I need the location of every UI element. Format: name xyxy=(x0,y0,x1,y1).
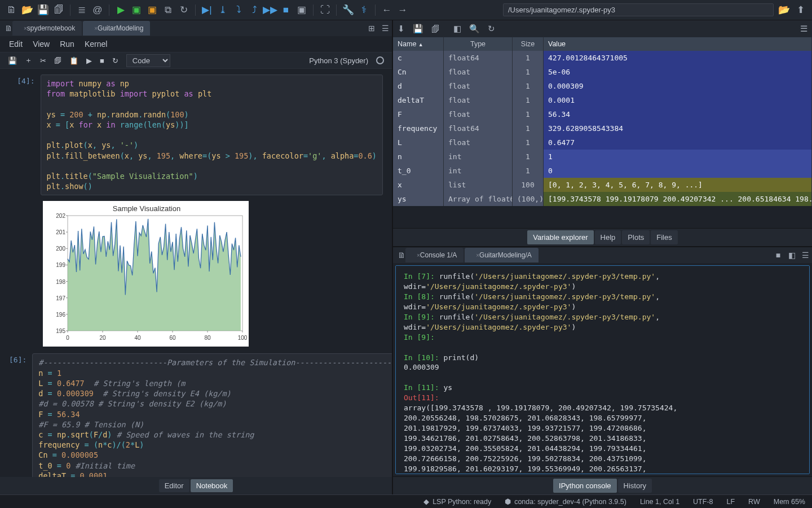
nb-run-icon[interactable]: ▶ xyxy=(86,56,92,65)
pythonpath-icon[interactable]: ⚕ xyxy=(357,3,370,17)
editor-tabs: 🗎 × spydernotebook× GuitarModeling ⊞ ☰ xyxy=(0,20,392,36)
run-selection-icon[interactable]: ⧉ xyxy=(161,3,175,17)
menu-kernel[interactable]: Kernel xyxy=(85,40,107,49)
nb-cut-icon[interactable]: ✂ xyxy=(40,56,46,65)
editor-pane: 🗎 × spydernotebook× GuitarModeling ⊞ ☰ E… xyxy=(0,20,393,494)
var-row[interactable]: frequencyfloat641329.6289058543384 xyxy=(393,121,812,135)
nb-add-cell-icon[interactable]: ＋ xyxy=(25,55,32,65)
stop-kernel-icon[interactable]: ■ xyxy=(771,248,785,262)
editor-tab[interactable]: × spydernotebook xyxy=(12,21,82,36)
var-row[interactable]: xlist100[0, 1, 2, 3, 4, 5, 6, 7, 8, 9, .… xyxy=(393,178,812,192)
run-icon[interactable]: ▶ xyxy=(114,3,127,17)
bottom-tab-notebook[interactable]: Notebook xyxy=(191,479,233,492)
pane-tab-variable-explorer[interactable]: Variable explorer xyxy=(527,230,593,244)
cell-code[interactable]: import numpy as np from matplotlib impor… xyxy=(41,75,383,195)
svg-text:60: 60 xyxy=(169,335,176,341)
browse-tabs-icon[interactable]: 🗎 xyxy=(5,24,12,33)
list-icon[interactable]: ≣ xyxy=(75,3,89,17)
separator xyxy=(70,5,70,16)
pane-tab-help[interactable]: Help xyxy=(595,230,621,244)
console-bottom-tab[interactable]: IPython console xyxy=(553,479,617,493)
save-data-icon[interactable]: 💾 xyxy=(413,24,423,34)
status-mem: Mem 65% xyxy=(774,498,805,506)
at-icon[interactable]: @ xyxy=(91,3,104,17)
console-bottom-tab[interactable]: History xyxy=(618,479,652,493)
add-tab-icon[interactable]: ⊞ xyxy=(365,21,378,35)
stop-debug-icon[interactable]: ■ xyxy=(279,3,293,17)
menu-view[interactable]: View xyxy=(33,40,50,49)
continue-icon[interactable]: ▶▶ xyxy=(263,3,277,17)
maximize-icon[interactable]: ⛶ xyxy=(318,3,332,17)
kernel-name: Python 3 (Spyder) xyxy=(309,56,368,65)
nb-stop-icon[interactable]: ■ xyxy=(100,56,104,65)
bottom-tab-editor[interactable]: Editor xyxy=(159,479,189,492)
var-row[interactable]: deltaTfloat10.0001 xyxy=(393,93,812,107)
cell-code[interactable]: #---------------------------Parameters o… xyxy=(32,353,392,477)
var-header[interactable]: Name ▲ xyxy=(393,37,444,51)
debug-cell-icon[interactable]: ▣ xyxy=(295,3,308,17)
browse-console-icon[interactable]: 🗎 xyxy=(398,251,405,260)
var-row[interactable]: cfloat641427.00128464371005 xyxy=(393,51,812,65)
notebook-area[interactable]: [4]: import numpy as np from matplotlib … xyxy=(0,69,392,477)
clear-console-icon[interactable]: ◧ xyxy=(785,248,798,262)
refresh-var-icon[interactable]: ↻ xyxy=(488,24,495,34)
parent-dir-icon[interactable]: ⬆ xyxy=(794,3,807,17)
preferences-icon[interactable]: 🔧 xyxy=(341,3,355,17)
console-tab[interactable]: × GuitarModeling/A xyxy=(465,248,539,262)
celltype-select[interactable]: Code xyxy=(126,54,170,67)
svg-text:199: 199 xyxy=(56,262,65,269)
console-options-icon[interactable]: ☰ xyxy=(798,248,812,262)
var-row[interactable]: Lfloat10.6477 xyxy=(393,135,812,150)
cell-prompt: [6]: xyxy=(9,353,32,477)
separator xyxy=(313,5,314,16)
console-area: 🗎 × Console 1/A× GuitarModeling/A ■ ◧ ☰ … xyxy=(393,246,812,494)
nb-save-icon[interactable]: 💾 xyxy=(8,56,17,65)
run-cell-icon[interactable]: ▣ xyxy=(130,3,143,17)
run-cell-advance-icon[interactable]: ▣ xyxy=(145,3,159,17)
pane-tab-files[interactable]: Files xyxy=(651,230,677,244)
pane-options-icon[interactable]: ☰ xyxy=(800,24,807,34)
rerun-icon[interactable]: ↻ xyxy=(177,3,191,17)
separator xyxy=(375,5,376,16)
var-header[interactable]: Size xyxy=(513,37,544,51)
menu-edit[interactable]: Edit xyxy=(9,40,23,49)
nb-restart-icon[interactable]: ↻ xyxy=(112,56,118,65)
svg-text:200: 200 xyxy=(56,246,65,252)
step-out-icon[interactable]: ⤴ xyxy=(248,3,261,17)
debug-icon[interactable]: ▶| xyxy=(200,3,214,17)
save-icon[interactable]: 💾 xyxy=(36,3,50,17)
clear-icon[interactable]: ◧ xyxy=(453,24,461,34)
browse-dir-icon[interactable]: 📂 xyxy=(777,3,791,17)
working-dir-input[interactable] xyxy=(503,3,774,16)
var-header[interactable]: Value xyxy=(544,37,812,51)
save-all-icon[interactable]: 🗐 xyxy=(52,3,65,17)
status-lsp: ◆ LSP Python: ready xyxy=(423,497,491,506)
nb-paste-icon[interactable]: 📋 xyxy=(69,56,78,65)
var-row[interactable]: Ffloat156.34 xyxy=(393,107,812,121)
editor-tab[interactable]: × GuitarModeling xyxy=(83,21,150,36)
status-conda[interactable]: ⬢ conda: spyder_dev-4 (Python 3.9.5) xyxy=(505,497,626,506)
console-body[interactable]: In [7]: runfile('/Users/juanitagomez/.sp… xyxy=(395,265,810,474)
variable-table[interactable]: Name ▲TypeSizeValue cfloat641427.0012846… xyxy=(393,37,812,228)
open-file-icon[interactable]: 📂 xyxy=(20,3,34,17)
pane-menu-icon[interactable]: ☰ xyxy=(378,21,392,35)
import-data-icon[interactable]: ⬇ xyxy=(398,24,405,34)
menu-run[interactable]: Run xyxy=(60,40,74,49)
new-file-icon[interactable]: 🗎 xyxy=(5,3,18,17)
search-var-icon[interactable]: 🔍 xyxy=(469,24,480,34)
nb-copy-icon[interactable]: 🗐 xyxy=(54,56,61,65)
back-icon[interactable]: ← xyxy=(380,3,394,17)
pane-tab-plots[interactable]: Plots xyxy=(622,230,650,244)
svg-text:202: 202 xyxy=(56,213,65,219)
console-tab[interactable]: × Console 1/A xyxy=(405,248,464,262)
save-as-icon[interactable]: 🗐 xyxy=(431,24,440,34)
var-header[interactable]: Type xyxy=(444,37,513,51)
var-row[interactable]: ysArray of float64(100,)[199.3743578 199… xyxy=(393,192,812,206)
var-row[interactable]: nint11 xyxy=(393,150,812,164)
forward-icon[interactable]: → xyxy=(396,3,409,17)
var-row[interactable]: Cnfloat15e-06 xyxy=(393,65,812,79)
var-row[interactable]: t_0int10 xyxy=(393,164,812,178)
step-into-icon[interactable]: ⤵ xyxy=(232,3,245,17)
step-icon[interactable]: ⤓ xyxy=(216,3,230,17)
var-row[interactable]: dfloat10.000309 xyxy=(393,79,812,93)
